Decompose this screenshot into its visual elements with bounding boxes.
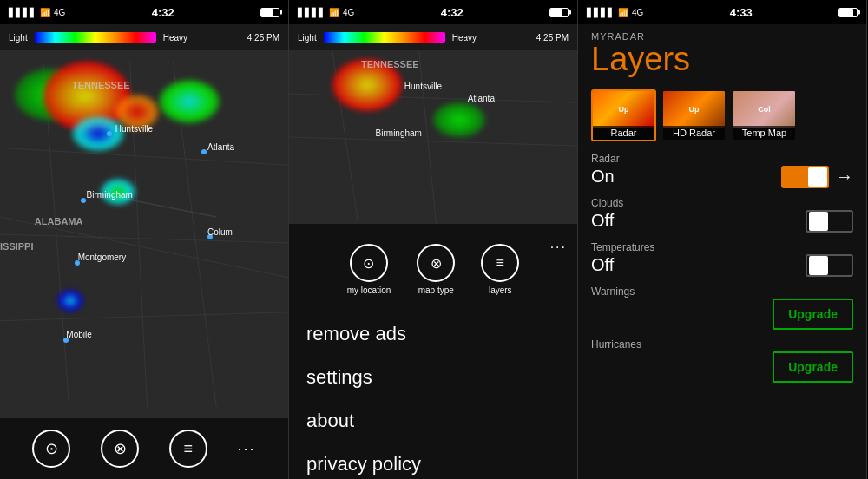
battery-icon-2 bbox=[549, 8, 569, 17]
radar-blob-2 bbox=[332, 59, 402, 111]
temp-thumb-image: Col bbox=[733, 91, 795, 128]
location-icon-label: my location bbox=[347, 285, 391, 295]
map-area-1[interactable]: TENNESSEE ALABAMA ISSIPPI Huntsville Atl… bbox=[0, 50, 288, 418]
radar-time-1: 4:25 PM bbox=[247, 33, 279, 43]
location-icon-circle: ⊙ bbox=[350, 244, 388, 282]
layer-thumbs: Up Radar Up HD Radar Col Temp Map bbox=[578, 82, 866, 148]
city-label-birmingham: Birmingham bbox=[87, 190, 133, 200]
status-bar-3: ▋▋▋▋ 📶 4G 4:33 bbox=[578, 0, 866, 24]
maptype-icon-label: map type bbox=[418, 285, 454, 295]
svg-line-7 bbox=[0, 217, 288, 278]
layers-header: MYRADAR Layers bbox=[578, 24, 866, 82]
radar-thumb-label: Radar bbox=[593, 126, 654, 140]
control-clouds-row: Off bbox=[591, 210, 853, 233]
menu-about[interactable]: about bbox=[306, 399, 560, 443]
city-label-huntsville: Huntsville bbox=[115, 124, 153, 134]
svg-line-8 bbox=[289, 94, 577, 102]
thumb-temp-map[interactable]: Col Temp Map bbox=[732, 89, 797, 141]
svg-line-5 bbox=[0, 312, 288, 321]
hd-radar-thumb-image: Up bbox=[663, 91, 725, 128]
control-temperatures: Temperatures Off bbox=[591, 241, 853, 277]
battery-icon-1 bbox=[260, 8, 279, 17]
wifi-icon-2: 📶 bbox=[329, 8, 339, 17]
panel-1: ▋▋▋▋ 📶 4G 4:32 Light Heavy 4:25 PM bbox=[0, 0, 289, 479]
status-bar-1: ▋▋▋▋ 📶 4G 4:32 bbox=[0, 0, 288, 24]
status-bar-2: ▋▋▋▋ 📶 4G 4:32 bbox=[289, 0, 577, 24]
thumb-radar[interactable]: Up Radar bbox=[591, 89, 656, 141]
maptype-icon-circle: ⊗ bbox=[417, 244, 455, 282]
maptype-btn-1[interactable]: ⊗ bbox=[101, 430, 139, 468]
data-icon-2: 4G bbox=[343, 8, 354, 17]
layers-item[interactable]: ≡ layers bbox=[481, 244, 519, 295]
status-left-2: ▋▋▋▋ 📶 4G bbox=[298, 8, 354, 17]
svg-line-0 bbox=[0, 148, 288, 165]
data-icon: 4G bbox=[54, 8, 65, 17]
menu-settings[interactable]: settings bbox=[306, 356, 560, 399]
radar-thumb-image: Up bbox=[593, 91, 654, 128]
layers-title: Layers bbox=[591, 42, 853, 78]
city-2-atlanta: Atlanta bbox=[468, 94, 495, 103]
panel-2: ▋▋▋▋ 📶 4G 4:32 Light Heavy 4:25 PM TENNE… bbox=[289, 0, 578, 479]
status-left-1: ▋▋▋▋ 📶 4G bbox=[9, 8, 65, 17]
radar-toggle-knob bbox=[808, 167, 827, 187]
control-temp-right bbox=[806, 254, 853, 277]
radar-blob bbox=[57, 290, 83, 312]
status-left-3: ▋▋▋▋ 📶 4G bbox=[587, 8, 643, 17]
status-time-1: 4:32 bbox=[152, 6, 174, 19]
location-btn-1[interactable]: ⊙ bbox=[32, 430, 70, 468]
radar-blob bbox=[159, 80, 220, 123]
control-temp-value: Off bbox=[591, 255, 614, 275]
temp-toggle[interactable] bbox=[806, 254, 853, 277]
city-label-mobile: Mobile bbox=[66, 330, 91, 339]
layers-btn-1[interactable]: ≡ bbox=[169, 430, 207, 468]
menu-privacy-policy[interactable]: privacy policy bbox=[306, 443, 560, 479]
warnings-upgrade-btn[interactable]: Upgrade bbox=[773, 299, 853, 330]
panel-3: ▋▋▋▋ 📶 4G 4:33 MYRADAR Layers Up Radar U… bbox=[578, 0, 867, 479]
control-radar-name: Radar bbox=[591, 153, 853, 165]
wifi-icon-3: 📶 bbox=[618, 8, 628, 17]
control-clouds: Clouds Off bbox=[591, 197, 853, 233]
temp-thumb-col: Col bbox=[758, 105, 771, 114]
toolbar-1: ⊙ ⊗ ≡ ··· bbox=[0, 418, 288, 479]
heavy-label-2: Heavy bbox=[452, 33, 477, 43]
layers-icon-circle: ≡ bbox=[481, 244, 519, 282]
menu-items: remove ads settings about privacy policy bbox=[289, 308, 577, 479]
map-type-item[interactable]: ⊗ map type bbox=[417, 244, 455, 295]
control-temp-row: Off bbox=[591, 254, 853, 277]
control-warnings-row: Upgrade bbox=[591, 299, 853, 330]
battery-icon-3 bbox=[838, 8, 858, 17]
control-hurricanes-name: Hurricanes bbox=[591, 338, 853, 351]
legend-bar-2 bbox=[324, 32, 445, 43]
control-hurricanes: Hurricanes Upgrade bbox=[591, 338, 853, 383]
radar-arrow-icon[interactable]: → bbox=[836, 167, 853, 187]
hurricanes-upgrade-btn[interactable]: Upgrade bbox=[773, 351, 853, 383]
radar-header-1: Light Heavy 4:25 PM bbox=[0, 24, 288, 50]
my-location-item[interactable]: ⊙ my location bbox=[347, 244, 391, 295]
map-area-2[interactable]: TENNESSEE Huntsville Atlanta Birmingham bbox=[289, 50, 577, 224]
more-btn-2[interactable]: ··· bbox=[550, 240, 567, 255]
svg-line-11 bbox=[289, 137, 577, 146]
status-time-3: 4:33 bbox=[730, 6, 753, 19]
light-label-1: Light bbox=[9, 33, 28, 43]
light-label-2: Light bbox=[298, 33, 317, 43]
signal-icon-3: ▋▋▋▋ bbox=[587, 8, 615, 17]
radar-blob-2 bbox=[433, 102, 485, 137]
menu-remove-ads[interactable]: remove ads bbox=[306, 312, 560, 356]
layers-icon-label: layers bbox=[489, 285, 512, 295]
control-temp-name: Temperatures bbox=[591, 241, 853, 253]
more-btn-1[interactable]: ··· bbox=[238, 440, 256, 458]
control-warnings: Warnings Upgrade bbox=[591, 285, 853, 330]
radar-time-2: 4:25 PM bbox=[536, 33, 569, 43]
control-warnings-name: Warnings bbox=[591, 285, 853, 298]
status-time-2: 4:32 bbox=[441, 6, 464, 19]
control-radar-row: On → bbox=[591, 166, 853, 188]
toolbar-icons-row: ⊙ my location ⊗ map type ≡ layers bbox=[289, 231, 577, 304]
control-hurricanes-row: Upgrade bbox=[591, 351, 853, 383]
temp-toggle-knob bbox=[809, 256, 828, 275]
temp-thumb-label: Temp Map bbox=[733, 126, 795, 140]
control-radar: Radar On → bbox=[591, 153, 853, 188]
radar-header-2: Light Heavy 4:25 PM bbox=[289, 24, 577, 50]
radar-toggle[interactable] bbox=[781, 166, 829, 188]
thumb-hd-radar[interactable]: Up HD Radar bbox=[661, 89, 727, 141]
clouds-toggle[interactable] bbox=[806, 210, 853, 233]
